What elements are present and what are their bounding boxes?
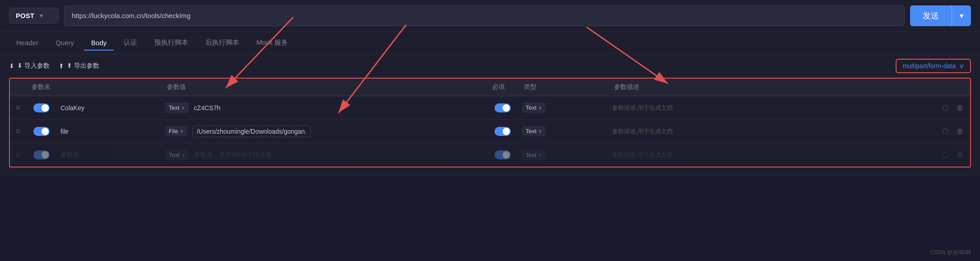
format-selector[interactable]: multipart/form-data ∨: [896, 59, 971, 73]
row2-value-type-selector[interactable]: Text ∨: [522, 126, 545, 136]
row1-param-name: ColaKey: [57, 104, 88, 112]
row2-type-chevron: ∨: [180, 128, 184, 134]
import-params-button[interactable]: ⬇ ⬇ 导入参数: [9, 62, 50, 70]
send-button[interactable]: 发送: [910, 5, 952, 26]
row3-desc: 参数描述,用于生成文档: [609, 151, 934, 159]
tab-post-script[interactable]: 后执行脚本: [198, 35, 246, 51]
col-name: 参数名: [26, 83, 162, 91]
drag-handle[interactable]: ≡: [10, 150, 26, 160]
row2-toggle[interactable]: [30, 127, 53, 136]
watermark: CSDN @吴NDIR: [930, 249, 971, 256]
row1-value-type-label: Text: [526, 104, 536, 111]
drag-handle[interactable]: ≡: [10, 103, 26, 112]
row1-desc: 参数描述,用于生成文档: [609, 104, 934, 112]
tab-pre-script[interactable]: 预执行脚本: [147, 35, 195, 51]
row2-value-type-chevron: ∨: [538, 128, 542, 134]
row3-value-type-selector[interactable]: Text ∨: [522, 150, 545, 160]
col-type: 类型: [518, 83, 609, 91]
row2-delete-button[interactable]: 🗑: [955, 126, 966, 137]
table-row: ≡ 参数名 Text ∨ 参数值，支持Mock字段变量: [10, 143, 970, 167]
row2-type-selector[interactable]: File ∨: [165, 126, 187, 136]
action-bar: ⬇ ⬇ 导入参数 ⬆ ⬆ 导出参数 multipart/form-data ∨: [0, 54, 980, 78]
row3-value: 参数值，支持Mock字段变量: [190, 151, 276, 159]
table-row: ≡ ColaKey Text ∨ cZ4CS7h: [10, 96, 970, 120]
tab-header[interactable]: Header: [9, 35, 46, 50]
action-bar-left: ⬇ ⬇ 导入参数 ⬆ ⬆ 导出参数: [9, 62, 99, 70]
export-icon: ⬆: [59, 62, 64, 70]
row3-param-name: 参数名: [57, 151, 83, 159]
method-chevron: ▼: [39, 13, 44, 19]
row1-delete-button[interactable]: 🗑: [955, 102, 966, 114]
row3-type-selector[interactable]: Text ∨: [165, 150, 189, 160]
export-label: ⬆ 导出参数: [67, 62, 99, 70]
format-chevron: ∨: [959, 62, 964, 70]
row1-type-selector[interactable]: Text ∨: [165, 103, 189, 113]
row2-value-type-label: Text: [526, 128, 536, 135]
row1-value-type-chevron: ∨: [538, 105, 542, 111]
top-bar: POST ▼ 发送 ▼: [0, 0, 980, 32]
export-params-button[interactable]: ⬆ ⬆ 导出参数: [59, 62, 99, 70]
col-desc: 参数描述: [609, 83, 934, 91]
col-required: 必填: [487, 83, 518, 91]
tab-query[interactable]: Query: [48, 35, 81, 50]
params-container: 参数名 参数值 必填 类型 参数描述 ≡ ColaKey: [0, 78, 980, 177]
method-label: POST: [16, 12, 34, 19]
url-input[interactable]: [64, 5, 905, 26]
col-value: 参数值: [162, 83, 487, 91]
method-selector[interactable]: POST ▼: [9, 8, 59, 23]
row1-copy-button[interactable]: ⬡: [940, 102, 950, 114]
row2-type-label: File: [169, 128, 178, 135]
import-label: ⬇ 导入参数: [17, 62, 50, 70]
table-row: ≡ file File ∨ /Users/zhoumingle/Download…: [10, 120, 970, 143]
row1-toggle[interactable]: [30, 103, 53, 112]
tab-body[interactable]: Body: [84, 35, 114, 50]
tab-bar: Header Query Body 认证 预执行脚本 后执行脚本 Mock 服务: [0, 32, 980, 54]
row1-value-type-selector[interactable]: Text ∨: [522, 103, 545, 113]
row2-copy-button[interactable]: ⬡: [940, 125, 950, 137]
row3-value-type-label: Text: [526, 152, 536, 158]
page-wrapper: POST ▼ 发送 ▼ Header Query Body 认证 预执行脚本 后…: [0, 0, 980, 177]
row3-type-label: Text: [169, 152, 180, 158]
params-table: 参数名 参数值 必填 类型 参数描述 ≡ ColaKey: [9, 78, 971, 168]
row2-required-toggle[interactable]: [491, 127, 514, 136]
row3-toggle[interactable]: [30, 150, 53, 159]
send-btn-group: 发送 ▼: [910, 5, 971, 26]
row3-delete-button[interactable]: 🗑: [955, 149, 966, 161]
col-drag: [10, 83, 26, 91]
row2-value: /Users/zhoumingle/Downloads/gongan.: [193, 126, 311, 137]
row1-actions: ⬡ 🗑: [934, 102, 970, 114]
row1-required-toggle[interactable]: [491, 103, 514, 112]
tab-mock[interactable]: Mock 服务: [249, 35, 295, 51]
row1-type-label: Text: [169, 104, 180, 111]
tab-auth[interactable]: 认证: [116, 35, 144, 51]
format-label: multipart/form-data: [903, 62, 956, 70]
row2-param-name: file: [57, 128, 72, 135]
import-icon: ⬇: [9, 62, 14, 70]
row3-required-toggle[interactable]: [491, 150, 514, 159]
col-actions: [934, 83, 970, 91]
row2-actions: ⬡ 🗑: [934, 125, 970, 137]
row2-desc: 参数描述,用于生成文档: [609, 127, 934, 135]
row3-type-chevron: ∨: [181, 152, 185, 158]
row1-value: cZ4CS7h: [190, 104, 224, 112]
drag-handle[interactable]: ≡: [10, 126, 26, 136]
row3-actions: ⬡ 🗑: [934, 149, 970, 161]
row3-copy-button[interactable]: ⬡: [940, 149, 950, 161]
params-table-header: 参数名 参数值 必填 类型 参数描述: [10, 79, 970, 96]
row3-value-type-chevron: ∨: [538, 152, 542, 158]
row1-type-chevron: ∨: [181, 105, 185, 111]
send-dropdown-button[interactable]: ▼: [952, 5, 971, 26]
